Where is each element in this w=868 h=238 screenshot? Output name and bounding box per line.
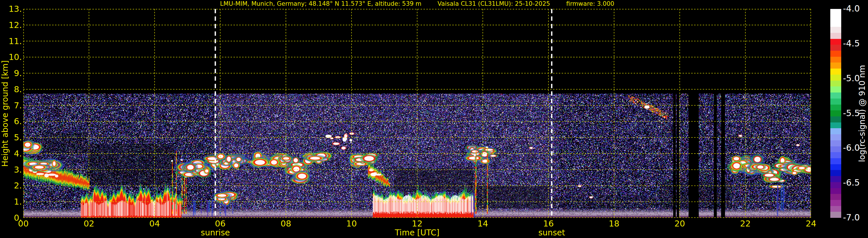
sunrise-annotation: sunrise [184, 229, 247, 237]
x-tick-label: 18 [602, 219, 626, 228]
colorbar-label: log(rc-signal) @ 910 nm [857, 65, 867, 162]
colorbar-segment [830, 39, 841, 45]
plot-title: LMU-MIM, Munich, Germany; 48.148° N 11.5… [23, 0, 811, 7]
x-tick-label: 22 [734, 219, 757, 228]
y-tick-label: 1. [0, 197, 22, 206]
colorbar-segment [830, 51, 841, 57]
y-tick-label: 13. [0, 5, 22, 13]
x-tick-label: 16 [537, 219, 560, 228]
x-tick-label: 12 [406, 219, 429, 228]
y-tick-label: 7. [0, 101, 22, 110]
x-tick-label: 08 [274, 219, 298, 228]
colorbar-segment [830, 152, 841, 158]
colorbar [830, 9, 841, 218]
y-tick-label: 11. [0, 37, 22, 46]
colorbar-segment [830, 98, 841, 105]
colorbar-segment [830, 116, 841, 122]
colorbar-segment [830, 128, 841, 134]
y-tick-label: 2. [0, 181, 22, 190]
colorbar-segment [830, 194, 841, 200]
colorbar-segment [830, 146, 841, 152]
colorbar-segment [830, 182, 841, 188]
x-axis-label: Time [UTC] [385, 229, 449, 237]
title-firmware: firmware: 3.000 [558, 0, 622, 7]
title-instrument: Vaisala CL31 (CL31LMU): 25-10-2025 [430, 0, 558, 7]
colorbar-segment [830, 86, 841, 92]
colorbar-segment [830, 134, 841, 140]
x-tick-label: 00 [12, 219, 35, 228]
colorbar-segment [830, 33, 841, 39]
colorbar-segment [830, 122, 841, 128]
colorbar-tick-label: -4.5 [843, 39, 868, 48]
colorbar-segment [830, 92, 841, 98]
colorbar-segment [830, 200, 841, 206]
colorbar-segment [830, 188, 841, 194]
colorbar-segment [830, 110, 841, 116]
ceilometer-quicklook-figure: LMU-MIM, Munich, Germany; 48.148° N 11.5… [0, 0, 868, 238]
colorbar-segment [830, 105, 841, 111]
y-tick-label: 8. [0, 85, 22, 94]
x-tick-label: 02 [78, 219, 100, 228]
x-tick-label: 10 [340, 219, 363, 228]
y-tick-label: 4. [0, 149, 22, 158]
y-tick-label: 9. [0, 69, 22, 78]
colorbar-segment [830, 212, 841, 218]
colorbar-tick-label: -4.0 [843, 4, 868, 13]
y-tick-label: 12. [0, 21, 22, 29]
colorbar-segment [830, 57, 841, 63]
x-tick-label: 24 [800, 219, 823, 228]
y-tick-label: 10. [0, 53, 22, 61]
colorbar-segment [830, 164, 841, 170]
y-tick-label: 6. [0, 117, 22, 126]
ceilometer-heatmap-canvas [23, 9, 811, 218]
colorbar-segment [830, 15, 841, 21]
x-tick-label: 14 [471, 219, 494, 228]
colorbar-segment [830, 68, 841, 75]
x-tick-label: 04 [143, 219, 166, 228]
colorbar-segment [830, 140, 841, 146]
x-tick-label: 06 [209, 219, 232, 228]
colorbar-segment [830, 158, 841, 164]
colorbar-segment [830, 170, 841, 176]
colorbar-segment [830, 44, 841, 51]
colorbar-tick-label: -6.5 [843, 178, 868, 187]
colorbar-segment [830, 21, 841, 27]
title-location: LMU-MIM, Munich, Germany; 48.148° N 11.5… [212, 0, 429, 7]
colorbar-segment [830, 176, 841, 182]
sunset-annotation: sunset [520, 229, 583, 237]
colorbar-segment [830, 27, 841, 33]
y-tick-label: 3. [0, 166, 22, 174]
colorbar-segment [830, 9, 841, 15]
colorbar-segment [830, 81, 841, 87]
colorbar-tick-label: -7.0 [843, 213, 868, 222]
y-tick-label: 5. [0, 133, 22, 142]
colorbar-segment [830, 206, 841, 212]
colorbar-segment [830, 62, 841, 68]
colorbar-segment [830, 75, 841, 81]
x-tick-label: 20 [668, 219, 691, 228]
